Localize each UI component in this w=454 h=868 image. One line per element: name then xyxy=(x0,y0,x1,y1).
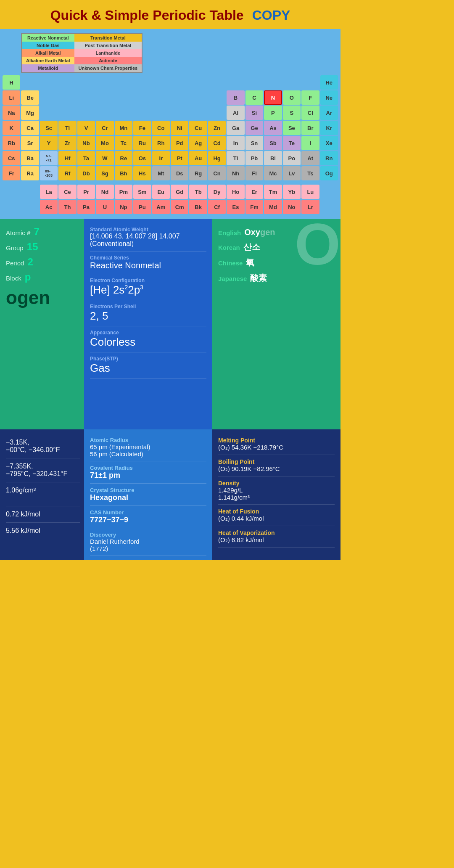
element-Cd[interactable]: Cd xyxy=(208,136,226,150)
element-I[interactable]: I xyxy=(301,136,319,150)
element-B[interactable]: B xyxy=(227,90,244,105)
element-At[interactable]: At xyxy=(301,151,319,165)
element-Ru[interactable]: Ru xyxy=(133,136,151,150)
element-Se[interactable]: Se xyxy=(283,121,301,135)
element-Ni[interactable]: Ni xyxy=(171,121,188,135)
element-Au[interactable]: Au xyxy=(189,151,207,165)
element-Rn[interactable]: Rn xyxy=(320,151,338,165)
element-Ac[interactable]: Ac xyxy=(40,200,58,214)
element-Bh[interactable]: Bh xyxy=(115,166,132,180)
element-Cf[interactable]: Cf xyxy=(208,200,226,214)
element-Pa[interactable]: Pa xyxy=(77,200,95,214)
element-Pr[interactable]: Pr xyxy=(77,185,95,199)
element-N[interactable]: N xyxy=(264,90,282,105)
element-Dy[interactable]: Dy xyxy=(208,185,226,199)
element-Sm[interactable]: Sm xyxy=(133,185,151,199)
element-Cn[interactable]: Cn xyxy=(208,166,226,180)
element-Er[interactable]: Er xyxy=(245,185,263,199)
element-Nd[interactable]: Nd xyxy=(96,185,114,199)
element-Xe[interactable]: Xe xyxy=(320,136,338,150)
element-Ag[interactable]: Ag xyxy=(189,136,207,150)
element-Rf[interactable]: Rf xyxy=(58,166,76,180)
element-Si[interactable]: Si xyxy=(245,106,263,120)
element-Cu[interactable]: Cu xyxy=(189,121,207,135)
element-Ba[interactable]: Ba xyxy=(21,151,39,165)
copy-button[interactable]: COPY xyxy=(252,8,290,23)
element-Fm[interactable]: Fm xyxy=(245,200,263,214)
element-Sb[interactable]: Sb xyxy=(264,136,282,150)
element-Am[interactable]: Am xyxy=(152,200,170,214)
element-Ar[interactable]: Ar xyxy=(320,106,338,120)
element-Es[interactable]: Es xyxy=(227,200,244,214)
element-Og[interactable]: Og xyxy=(320,166,338,180)
element-La[interactable]: La xyxy=(40,185,58,199)
element-Sr[interactable]: Sr xyxy=(21,136,39,150)
element-Co[interactable]: Co xyxy=(152,121,170,135)
element-Pu[interactable]: Pu xyxy=(133,200,151,214)
element-O[interactable]: O xyxy=(283,90,301,105)
element-Ir[interactable]: Ir xyxy=(152,151,170,165)
element-W[interactable]: W xyxy=(96,151,114,165)
element-Mn[interactable]: Mn xyxy=(115,121,132,135)
element-Gd[interactable]: Gd xyxy=(171,185,188,199)
element-F[interactable]: F xyxy=(301,90,319,105)
element-P[interactable]: P xyxy=(264,106,282,120)
element-Re[interactable]: Re xyxy=(115,151,132,165)
element-Hs[interactable]: Hs xyxy=(133,166,151,180)
element-S[interactable]: S xyxy=(283,106,301,120)
element-Mc[interactable]: Mc xyxy=(264,166,282,180)
element-Yb[interactable]: Yb xyxy=(283,185,301,199)
element-Kr[interactable]: Kr xyxy=(320,121,338,135)
element-Pm[interactable]: Pm xyxy=(115,185,132,199)
element-Bk[interactable]: Bk xyxy=(189,200,207,214)
element-V[interactable]: V xyxy=(77,121,95,135)
element-Pb[interactable]: Pb xyxy=(245,151,263,165)
element-Pd[interactable]: Pd xyxy=(171,136,188,150)
element-Ta[interactable]: Ta xyxy=(77,151,95,165)
element-Lv[interactable]: Lv xyxy=(283,166,301,180)
element-Br[interactable]: Br xyxy=(301,121,319,135)
element-Ds[interactable]: Ds xyxy=(171,166,188,180)
element-Rg[interactable]: Rg xyxy=(189,166,207,180)
element-Be[interactable]: Be xyxy=(21,90,39,105)
element-Rb[interactable]: Rb xyxy=(3,136,20,150)
element-Ga[interactable]: Ga xyxy=(227,121,244,135)
element-Np[interactable]: Np xyxy=(115,200,132,214)
element-Db[interactable]: Db xyxy=(77,166,95,180)
element-Mg[interactable]: Mg xyxy=(21,106,39,120)
element-Rh[interactable]: Rh xyxy=(152,136,170,150)
element-Md[interactable]: Md xyxy=(264,200,282,214)
element-K[interactable]: K xyxy=(3,121,20,135)
element-Os[interactable]: Os xyxy=(133,151,151,165)
element-Y[interactable]: Y xyxy=(40,136,58,150)
element-Ti[interactable]: Ti xyxy=(58,121,76,135)
element-Tc[interactable]: Tc xyxy=(115,136,132,150)
element-Hg[interactable]: Hg xyxy=(208,151,226,165)
element-Hf[interactable]: Hf xyxy=(58,151,76,165)
element-Ca[interactable]: Ca xyxy=(21,121,39,135)
element-Zr[interactable]: Zr xyxy=(58,136,76,150)
element-Li[interactable]: Li xyxy=(3,90,20,105)
element-Fl[interactable]: Fl xyxy=(245,166,263,180)
element-Cm[interactable]: Cm xyxy=(171,200,188,214)
element-Ce[interactable]: Ce xyxy=(58,185,76,199)
element-Cl[interactable]: Cl xyxy=(301,106,319,120)
element-Ho[interactable]: Ho xyxy=(227,185,244,199)
element-Ts[interactable]: Ts xyxy=(301,166,319,180)
element-As[interactable]: As xyxy=(264,121,282,135)
element-Nh[interactable]: Nh xyxy=(227,166,244,180)
element-Cs[interactable]: Cs xyxy=(3,151,20,165)
element-Fe[interactable]: Fe xyxy=(133,121,151,135)
element-Sn[interactable]: Sn xyxy=(245,136,263,150)
element-C[interactable]: C xyxy=(245,90,263,105)
element-Cr[interactable]: Cr xyxy=(96,121,114,135)
element-U[interactable]: U xyxy=(96,200,114,214)
element-Ne[interactable]: Ne xyxy=(320,90,338,105)
element-Nb[interactable]: Nb xyxy=(77,136,95,150)
element-Po[interactable]: Po xyxy=(283,151,301,165)
element-Na[interactable]: Na xyxy=(3,106,20,120)
element-Bi[interactable]: Bi xyxy=(264,151,282,165)
element-Tm[interactable]: Tm xyxy=(264,185,282,199)
element-He[interactable]: He xyxy=(320,75,338,90)
element-Pt[interactable]: Pt xyxy=(171,151,188,165)
